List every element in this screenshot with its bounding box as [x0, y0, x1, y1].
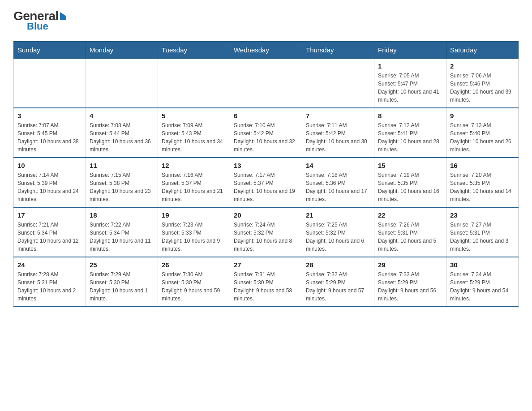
- calendar-cell: 6Sunrise: 7:10 AMSunset: 5:42 PMDaylight…: [230, 108, 302, 158]
- day-number: 4: [90, 112, 154, 120]
- calendar-cell: 8Sunrise: 7:12 AMSunset: 5:41 PMDaylight…: [374, 108, 446, 158]
- day-info: Sunrise: 7:07 AMSunset: 5:45 PMDaylight:…: [17, 121, 82, 154]
- day-number: 27: [234, 261, 298, 269]
- weekday-header-tuesday: Tuesday: [158, 42, 230, 59]
- day-info: Sunrise: 7:20 AMSunset: 5:35 PMDaylight:…: [450, 171, 515, 203]
- day-info: Sunrise: 7:06 AMSunset: 5:46 PMDaylight:…: [450, 72, 515, 104]
- calendar-cell: 3Sunrise: 7:07 AMSunset: 5:45 PMDaylight…: [14, 108, 86, 158]
- day-number: 10: [17, 162, 82, 169]
- day-info: Sunrise: 7:25 AMSunset: 5:32 PMDaylight:…: [306, 221, 370, 253]
- calendar-week-row: 1Sunrise: 7:05 AMSunset: 5:47 PMDaylight…: [14, 59, 519, 108]
- calendar-cell: 12Sunrise: 7:16 AMSunset: 5:37 PMDayligh…: [158, 158, 230, 207]
- day-info: Sunrise: 7:21 AMSunset: 5:34 PMDaylight:…: [17, 221, 82, 253]
- day-number: 8: [378, 112, 442, 120]
- day-number: 6: [234, 112, 298, 120]
- calendar-cell: 18Sunrise: 7:22 AMSunset: 5:34 PMDayligh…: [86, 207, 158, 257]
- day-info: Sunrise: 7:24 AMSunset: 5:32 PMDaylight:…: [234, 221, 298, 253]
- day-info: Sunrise: 7:23 AMSunset: 5:33 PMDaylight:…: [162, 221, 226, 253]
- day-info: Sunrise: 7:16 AMSunset: 5:37 PMDaylight:…: [162, 171, 226, 203]
- day-number: 28: [306, 261, 370, 269]
- calendar-cell: 25Sunrise: 7:29 AMSunset: 5:30 PMDayligh…: [86, 257, 158, 307]
- calendar-cell: 4Sunrise: 7:08 AMSunset: 5:44 PMDaylight…: [86, 108, 158, 158]
- calendar-cell: 24Sunrise: 7:28 AMSunset: 5:31 PMDayligh…: [14, 257, 86, 307]
- logo: General Blue: [13, 9, 66, 32]
- calendar-table: SundayMondayTuesdayWednesdayThursdayFrid…: [13, 41, 519, 307]
- day-number: 2: [450, 62, 515, 70]
- calendar-cell: 7Sunrise: 7:11 AMSunset: 5:42 PMDaylight…: [302, 108, 374, 158]
- day-number: 18: [90, 211, 154, 219]
- weekday-header-sunday: Sunday: [14, 42, 86, 59]
- weekday-header-row: SundayMondayTuesdayWednesdayThursdayFrid…: [14, 42, 519, 59]
- calendar-cell: 17Sunrise: 7:21 AMSunset: 5:34 PMDayligh…: [14, 207, 86, 257]
- calendar-cell: 9Sunrise: 7:13 AMSunset: 5:40 PMDaylight…: [446, 108, 519, 158]
- calendar-cell: [230, 59, 302, 108]
- weekday-header-saturday: Saturday: [446, 42, 519, 59]
- calendar-cell: 5Sunrise: 7:09 AMSunset: 5:43 PMDaylight…: [158, 108, 230, 158]
- day-number: 30: [450, 261, 515, 269]
- day-number: 7: [306, 112, 370, 120]
- calendar-cell: 28Sunrise: 7:32 AMSunset: 5:29 PMDayligh…: [302, 257, 374, 307]
- day-number: 12: [162, 162, 226, 169]
- weekday-header-friday: Friday: [374, 42, 446, 59]
- day-info: Sunrise: 7:28 AMSunset: 5:31 PMDaylight:…: [17, 270, 82, 303]
- day-info: Sunrise: 7:34 AMSunset: 5:29 PMDaylight:…: [450, 270, 515, 303]
- day-number: 9: [450, 112, 515, 120]
- page-header: General Blue: [13, 9, 519, 32]
- day-info: Sunrise: 7:26 AMSunset: 5:31 PMDaylight:…: [378, 221, 442, 253]
- day-number: 14: [306, 162, 370, 169]
- calendar-week-row: 17Sunrise: 7:21 AMSunset: 5:34 PMDayligh…: [14, 207, 519, 257]
- day-info: Sunrise: 7:10 AMSunset: 5:42 PMDaylight:…: [234, 121, 298, 154]
- day-number: 29: [378, 261, 442, 269]
- calendar-cell: [14, 59, 86, 108]
- day-number: 5: [162, 112, 226, 120]
- day-number: 20: [234, 211, 298, 219]
- day-info: Sunrise: 7:12 AMSunset: 5:41 PMDaylight:…: [378, 121, 442, 154]
- calendar-week-row: 10Sunrise: 7:14 AMSunset: 5:39 PMDayligh…: [14, 158, 519, 207]
- calendar-cell: 21Sunrise: 7:25 AMSunset: 5:32 PMDayligh…: [302, 207, 374, 257]
- calendar-cell: 26Sunrise: 7:30 AMSunset: 5:30 PMDayligh…: [158, 257, 230, 307]
- day-info: Sunrise: 7:22 AMSunset: 5:34 PMDaylight:…: [90, 221, 154, 253]
- day-info: Sunrise: 7:14 AMSunset: 5:39 PMDaylight:…: [17, 171, 82, 203]
- day-info: Sunrise: 7:18 AMSunset: 5:36 PMDaylight:…: [306, 171, 370, 203]
- day-number: 23: [450, 211, 515, 219]
- weekday-header-thursday: Thursday: [302, 42, 374, 59]
- calendar-cell: 11Sunrise: 7:15 AMSunset: 5:38 PMDayligh…: [86, 158, 158, 207]
- calendar-cell: 20Sunrise: 7:24 AMSunset: 5:32 PMDayligh…: [230, 207, 302, 257]
- day-number: 22: [378, 211, 442, 219]
- calendar-cell: [302, 59, 374, 108]
- calendar-cell: [86, 59, 158, 108]
- day-info: Sunrise: 7:13 AMSunset: 5:40 PMDaylight:…: [450, 121, 515, 154]
- day-number: 19: [162, 211, 226, 219]
- day-number: 1: [378, 62, 442, 70]
- day-number: 24: [17, 261, 82, 269]
- day-number: 11: [90, 162, 154, 169]
- calendar-week-row: 3Sunrise: 7:07 AMSunset: 5:45 PMDaylight…: [14, 108, 519, 158]
- calendar-cell: 30Sunrise: 7:34 AMSunset: 5:29 PMDayligh…: [446, 257, 519, 307]
- day-info: Sunrise: 7:08 AMSunset: 5:44 PMDaylight:…: [90, 121, 154, 154]
- day-info: Sunrise: 7:05 AMSunset: 5:47 PMDaylight:…: [378, 72, 442, 104]
- calendar-cell: 29Sunrise: 7:33 AMSunset: 5:29 PMDayligh…: [374, 257, 446, 307]
- calendar-cell: 15Sunrise: 7:19 AMSunset: 5:35 PMDayligh…: [374, 158, 446, 207]
- day-number: 17: [17, 211, 82, 219]
- calendar-cell: 10Sunrise: 7:14 AMSunset: 5:39 PMDayligh…: [14, 158, 86, 207]
- calendar-cell: 16Sunrise: 7:20 AMSunset: 5:35 PMDayligh…: [446, 158, 519, 207]
- day-info: Sunrise: 7:31 AMSunset: 5:30 PMDaylight:…: [234, 270, 298, 303]
- day-info: Sunrise: 7:30 AMSunset: 5:30 PMDaylight:…: [162, 270, 226, 303]
- day-number: 21: [306, 211, 370, 219]
- day-number: 16: [450, 162, 515, 169]
- logo-triangle-icon: [60, 12, 66, 20]
- calendar-cell: 19Sunrise: 7:23 AMSunset: 5:33 PMDayligh…: [158, 207, 230, 257]
- day-info: Sunrise: 7:19 AMSunset: 5:35 PMDaylight:…: [378, 171, 442, 203]
- calendar-cell: 23Sunrise: 7:27 AMSunset: 5:31 PMDayligh…: [446, 207, 519, 257]
- day-number: 3: [17, 112, 82, 120]
- weekday-header-monday: Monday: [86, 42, 158, 59]
- calendar-cell: 14Sunrise: 7:18 AMSunset: 5:36 PMDayligh…: [302, 158, 374, 207]
- day-info: Sunrise: 7:17 AMSunset: 5:37 PMDaylight:…: [234, 171, 298, 203]
- calendar-cell: 13Sunrise: 7:17 AMSunset: 5:37 PMDayligh…: [230, 158, 302, 207]
- calendar-cell: 2Sunrise: 7:06 AMSunset: 5:46 PMDaylight…: [446, 59, 519, 108]
- day-info: Sunrise: 7:15 AMSunset: 5:38 PMDaylight:…: [90, 171, 154, 203]
- day-info: Sunrise: 7:32 AMSunset: 5:29 PMDaylight:…: [306, 270, 370, 303]
- day-number: 25: [90, 261, 154, 269]
- day-number: 15: [378, 162, 442, 169]
- calendar-cell: 27Sunrise: 7:31 AMSunset: 5:30 PMDayligh…: [230, 257, 302, 307]
